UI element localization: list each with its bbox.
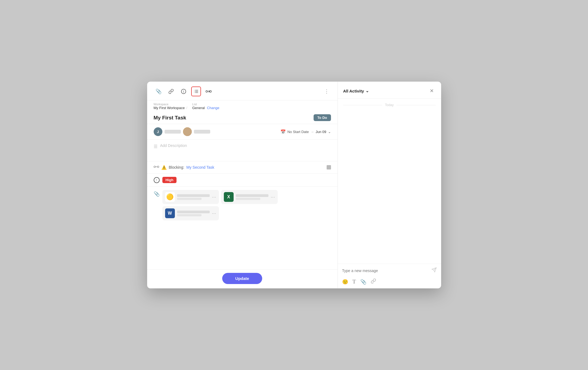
file-name-blurred-word: [177, 211, 210, 213]
activity-chevron: ⌄: [366, 88, 369, 93]
file-info-word: [177, 211, 210, 216]
file-meta-blurred: [177, 198, 202, 200]
today-label: Today: [385, 103, 394, 107]
assignees: J: [154, 127, 210, 136]
file-more-button-word[interactable]: ⋯: [212, 211, 216, 216]
workspace-label: Workspace: [154, 103, 188, 106]
close-button[interactable]: ✕: [428, 87, 436, 95]
send-button[interactable]: [431, 267, 437, 274]
description-area[interactable]: ☰ Add Description: [147, 140, 338, 161]
attachment-file-teams[interactable]: 🟡 ⋯: [162, 190, 219, 204]
message-input-row: [342, 267, 437, 274]
date-chevron: ⌄: [328, 130, 331, 134]
task-title-area: My First Task To Do: [147, 112, 338, 124]
task-title[interactable]: My First Task: [154, 115, 186, 121]
file-meta-blurred-word: [177, 214, 202, 216]
date-range[interactable]: 📅 No Start Date → Jun 09 ⌄: [280, 129, 331, 134]
blocking-label: Blocking:: [169, 165, 184, 169]
task-modal: 📎: [147, 82, 441, 288]
activity-title: All Activity: [343, 89, 364, 93]
dependency-icon[interactable]: [204, 87, 213, 96]
file-meta-blurred-excel: [236, 198, 260, 200]
list-breadcrumb: List General Change: [192, 103, 219, 110]
workspace-value: My First Workspace: [154, 106, 185, 110]
activity-panel: All Activity ⌄ ✕ Today 🙂: [338, 82, 441, 288]
list-value: General: [192, 106, 205, 110]
today-divider: Today: [338, 99, 441, 111]
attach-icon[interactable]: 📎: [154, 87, 163, 96]
blocking-dependency-icon: [154, 165, 159, 170]
end-date: Jun 09: [315, 130, 326, 134]
priority-row: ! High: [147, 174, 338, 187]
word-thumb: W: [165, 208, 175, 218]
blocking-checkbox[interactable]: [327, 165, 331, 169]
attach-message-button[interactable]: 📎: [360, 279, 366, 285]
file-more-button-teams[interactable]: ⋯: [212, 195, 216, 200]
update-button[interactable]: Update: [222, 273, 262, 284]
text-format-button[interactable]: T: [352, 279, 356, 285]
bottom-bar: Update: [147, 269, 338, 288]
avatar-j[interactable]: J: [154, 127, 162, 136]
link-message-button[interactable]: [371, 278, 376, 285]
blocking-row: ⚠️ Blocking: My Second Task: [147, 161, 338, 174]
calendar-icon: 📅: [280, 129, 286, 134]
assignee-blurred-2: [194, 130, 210, 134]
more-options-button[interactable]: ⋮: [322, 87, 331, 96]
attachment-file-word[interactable]: W ⋯: [162, 206, 219, 220]
activity-feed: [338, 111, 441, 264]
excel-thumb: X: [224, 192, 234, 202]
teams-thumb: 🟡: [165, 192, 175, 202]
svg-point-10: [209, 91, 211, 92]
breadcrumb: Workspace My First Workspace / List Gene…: [147, 100, 338, 112]
activity-header: All Activity ⌄ ✕: [338, 82, 441, 99]
status-badge[interactable]: To Do: [314, 114, 331, 121]
file-name-blurred: [177, 194, 210, 197]
svg-point-9: [206, 91, 207, 92]
task-detail-panel: 📎: [147, 82, 338, 288]
divider-left: [343, 105, 382, 105]
message-input[interactable]: [342, 269, 429, 273]
link-icon[interactable]: [166, 87, 176, 96]
priority-badge[interactable]: High: [162, 177, 177, 183]
divider-right: [397, 105, 436, 105]
assignee-blurred-1: [165, 130, 181, 134]
emoji-button[interactable]: 🙂: [342, 279, 348, 285]
file-more-button-excel[interactable]: ⋯: [271, 195, 275, 200]
message-tools: 🙂 T 📎: [342, 277, 437, 285]
assignee-date-row: J 📅 No Start Date → Jun 09 ⌄: [147, 124, 338, 140]
attachment-files: 🟡 ⋯ X ⋯: [162, 190, 331, 220]
attachments-area: 📎 🟡 ⋯ X: [147, 187, 338, 269]
avatar-photo[interactable]: [183, 127, 192, 136]
change-button[interactable]: Change: [207, 106, 219, 110]
svg-point-15: [157, 166, 159, 168]
workspace-breadcrumb: Workspace My First Workspace /: [154, 103, 188, 110]
attachment-file-excel[interactable]: X ⋯: [221, 190, 278, 204]
blocking-task-link[interactable]: My Second Task: [186, 165, 214, 169]
toolbar: 📎: [147, 82, 338, 100]
attachment-icon: 📎: [154, 191, 160, 197]
description-icon: ☰: [154, 144, 157, 149]
warning-icon: ⚠️: [161, 165, 167, 170]
file-name-blurred-excel: [236, 194, 268, 197]
priority-icon: !: [154, 177, 160, 183]
message-area: 🙂 T 📎: [338, 264, 441, 288]
file-info-teams: [177, 194, 210, 200]
date-arrow: →: [310, 130, 314, 134]
list-view-icon[interactable]: [191, 87, 201, 96]
activity-dropdown[interactable]: All Activity ⌄: [343, 88, 369, 93]
info-icon[interactable]: [179, 87, 188, 96]
no-start-date: No Start Date: [287, 130, 309, 134]
file-info-excel: [236, 194, 268, 200]
description-placeholder[interactable]: Add Description: [160, 143, 187, 148]
svg-point-14: [154, 166, 155, 168]
list-label: List: [192, 103, 219, 106]
